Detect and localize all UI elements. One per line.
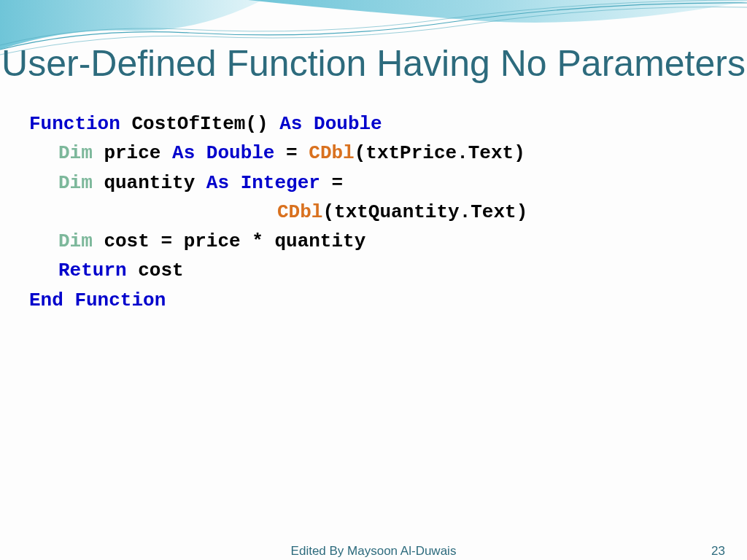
footer-editor: Edited By Maysoon Al-Duwais — [0, 544, 747, 559]
slide-title: User-Defined Function Having No Paramete… — [0, 0, 747, 88]
code-line-1: Function CostOfItem() As Double — [29, 109, 718, 139]
code-line-3: Dim quantity As Integer = — [29, 168, 718, 198]
code-line-2: Dim price As Double = CDbl(txtPrice.Text… — [29, 139, 718, 168]
footer-page-number: 23 — [711, 544, 725, 559]
code-line-5: Dim cost = price * quantity — [29, 227, 718, 256]
code-line-7: End Function — [29, 286, 718, 315]
code-line-6: Return cost — [29, 256, 718, 285]
code-line-4: CDbl(txtQuantity.Text) — [29, 198, 718, 227]
code-block: Function CostOfItem() As Double Dim pric… — [0, 88, 747, 315]
